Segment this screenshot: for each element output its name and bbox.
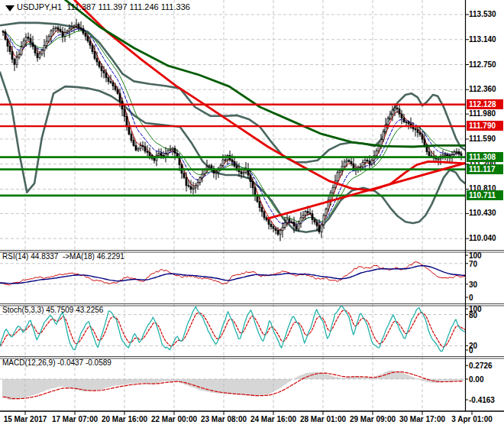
indicator-scale-label: -0.4163 (469, 396, 495, 404)
indicator-scale-label: 30 (469, 280, 477, 289)
indicator-scale-label: 70 (469, 260, 477, 268)
indicator-scale-label: 100 (469, 251, 482, 260)
chart-title-ohlc: USDJPY,H1 111.387 111.397 111.246 111.33… (17, 2, 190, 11)
price-axis-label: 111.980 (469, 109, 496, 118)
price-line-badge: 110.711 (467, 190, 503, 200)
price-line-badge: 112.128 (467, 99, 503, 109)
price-line-badge: 111.790 (467, 121, 503, 131)
indicator-scale-label: 0.2726 (469, 362, 493, 370)
price-axis-label: 113.140 (469, 35, 496, 44)
price-axis-label: 112.360 (469, 85, 496, 93)
rsi-indicator-label: RSI(14) 44.8337 ->MA(18) 46.2291 (2, 252, 124, 261)
price-line-badge: 111.308 (467, 152, 503, 162)
main-panel-plot (0, 0, 465, 250)
price-axis-label: 110.040 (469, 234, 496, 242)
indicator-scale-label: 0.00 (469, 375, 483, 384)
price-line-badge: 111.117 (467, 164, 503, 174)
price-axis-label: 111.590 (469, 135, 496, 143)
macd-indicator-label: MACD(12,26,9) -0.0437 -0.0589 (2, 358, 111, 367)
indicator-scale-label: 0 (469, 293, 473, 302)
indicator-scale-label: 0 (469, 346, 473, 355)
symbol-dropdown-icon[interactable] (5, 5, 15, 11)
price-axis-label: 110.430 (469, 209, 496, 217)
indicator-scale-label: 80 (469, 311, 477, 319)
trading-chart-window: USDJPY,H1 111.387 111.397 111.246 111.33… (0, 0, 504, 428)
stoch-indicator-label: Stoch(5,3,3) 45.7509 43.2256 (2, 306, 103, 314)
price-axis-label: 113.530 (469, 10, 496, 18)
price-axis-label: 112.750 (469, 60, 496, 69)
time-axis-label: 3 Apr 01:00 (440, 415, 504, 423)
